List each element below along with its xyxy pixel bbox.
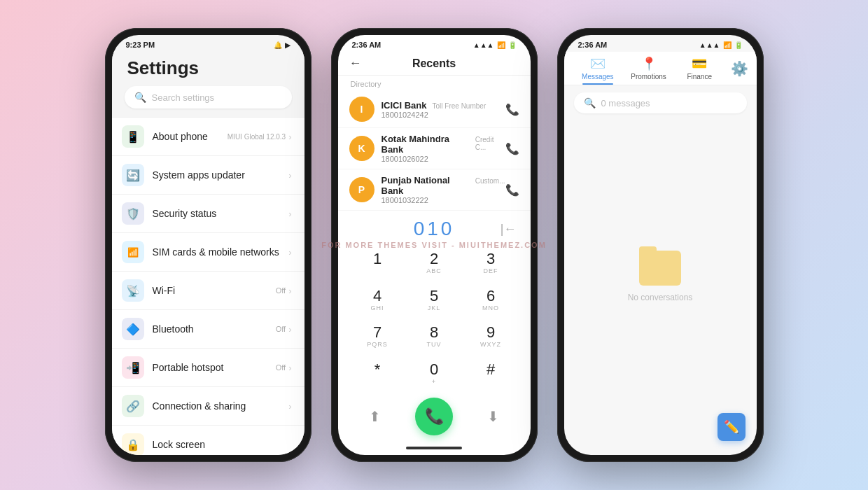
contact-avatar: K — [349, 136, 374, 161]
messages-tabs: ✉️ Messages 📍 Promotions 💳 Finance ⚙️ — [564, 52, 757, 85]
status-bar-dialer: 2:36 AM ▲▲▲ 📶 🔋 — [338, 35, 531, 52]
dial-key-3[interactable]: 3 DEF — [463, 244, 519, 281]
dial-key-1[interactable]: 1 — [349, 244, 406, 281]
status-time-messages: 2:36 AM — [578, 41, 608, 49]
status-time: 9:23 PM — [126, 41, 155, 49]
messages-search-placeholder: 0 messages — [601, 98, 650, 108]
dial-key-0[interactable]: 0 + — [406, 355, 463, 392]
bluetooth-label: Bluetooth — [153, 323, 276, 335]
hotspot-icon: 📲 — [122, 356, 144, 379]
compose-button[interactable]: ✏️ — [718, 413, 746, 441]
settings-screen: 9:23 PM 🔔 ▶ Settings 🔍 Search settings 📱 — [112, 35, 304, 455]
dial-key-4[interactable]: 4 GHI — [349, 281, 406, 318]
status-bar-settings: 9:23 PM 🔔 ▶ — [112, 35, 304, 52]
lock-icon: 🔒 — [122, 433, 144, 455]
settings-item-security[interactable]: 🛡️ Security status › — [112, 195, 304, 233]
dial-key-5[interactable]: 5 JKL — [406, 281, 463, 318]
hotspot-right: Off › — [276, 363, 292, 373]
messages-tab-icon: ✉️ — [590, 56, 606, 71]
dial-actions: ⬆ 📞 ⬇ — [338, 392, 531, 447]
settings-item-about[interactable]: 📱 About phone MIUI Global 12.0.3 › — [112, 117, 304, 156]
tab-finance[interactable]: 💳 Finance — [674, 56, 725, 85]
chevron-icon: › — [288, 324, 291, 335]
status-time-dialer: 2:36 AM — [352, 41, 382, 49]
settings-item-lock[interactable]: 🔒 Lock screen — [112, 426, 304, 455]
dial-key-hash[interactable]: # — [463, 355, 519, 392]
dial-key-6[interactable]: 6 MNO — [463, 281, 519, 318]
dial-key-7[interactable]: 7 PQRS — [349, 318, 406, 356]
contact-tag: Toll Free Number — [433, 102, 486, 110]
tab-promotions[interactable]: 📍 Promotions — [623, 56, 674, 85]
phone-dialer: 2:36 AM ▲▲▲ 📶 🔋 ← Recents Directory I — [331, 28, 538, 462]
call-icon[interactable]: 📞 — [505, 183, 519, 197]
chevron-icon: › — [288, 170, 291, 181]
scroll-up-button[interactable]: ⬆ — [369, 408, 381, 425]
phone-settings: 9:23 PM 🔔 ▶ Settings 🔍 Search settings 📱 — [105, 28, 312, 462]
messages-search-bar[interactable]: 🔍 0 messages — [574, 92, 747, 113]
battery-icon: 🔋 — [734, 41, 743, 49]
contact-item-icici[interactable]: I ICICI Bank Toll Free Number 1800102424… — [338, 91, 531, 128]
bluetooth-icon: 🔷 — [122, 318, 144, 340]
connection-right: › — [288, 401, 291, 412]
dialer-title: Recents — [370, 57, 498, 70]
signal-bars: ▲▲▲ — [473, 41, 494, 49]
compose-icon: ✏️ — [724, 419, 739, 435]
dial-key-8[interactable]: 8 TUV — [406, 318, 463, 356]
signal-icon: ▲▲▲ — [699, 41, 720, 49]
wifi-icon: 📶 — [723, 41, 732, 49]
battery-icon: 🔋 — [508, 41, 517, 49]
sim-right: › — [288, 247, 291, 258]
dial-key-2[interactable]: 2 ABC — [406, 244, 463, 281]
settings-title: Settings — [112, 52, 304, 86]
messages-empty-state: No conversations — [564, 119, 757, 455]
settings-item-wifi[interactable]: 📡 Wi-Fi Off › — [112, 272, 304, 310]
backspace-button[interactable]: |← — [500, 222, 517, 237]
finance-tab-label: Finance — [687, 73, 712, 80]
empty-state-text: No conversations — [628, 293, 693, 302]
back-button[interactable]: ← — [349, 56, 362, 71]
dial-key-9[interactable]: 9 WXYZ — [463, 318, 519, 356]
wifi-right: Off › — [276, 286, 292, 296]
contact-num: 18001032222 — [382, 196, 505, 204]
dialer-header: ← Recents — [338, 52, 531, 76]
connection-icon: 🔗 — [122, 395, 144, 417]
settings-item-updater[interactable]: 🔄 System apps updater › — [112, 156, 304, 195]
contact-name: ICICI Bank — [382, 100, 427, 111]
chevron-icon: › — [288, 209, 291, 219]
wifi-label: Wi-Fi — [153, 285, 276, 296]
tab-messages[interactable]: ✉️ Messages — [573, 56, 624, 85]
call-icon[interactable]: 📞 — [505, 142, 519, 155]
phone-messages: 2:36 AM ▲▲▲ 📶 🔋 ✉️ Messages 📍 Promotions — [557, 28, 764, 462]
sim-label: SIM cards & mobile networks — [153, 246, 289, 258]
messages-settings-button[interactable]: ⚙️ — [731, 60, 748, 81]
settings-search-bar[interactable]: 🔍 Search settings — [125, 86, 292, 108]
promotions-tab-label: Promotions — [631, 73, 666, 80]
contact-item-kotak[interactable]: K Kotak Mahindra Bank Credit C... 180010… — [338, 128, 531, 169]
chevron-icon: › — [288, 132, 291, 142]
empty-folder-icon — [636, 244, 685, 286]
settings-item-sim[interactable]: 📶 SIM cards & mobile networks › — [112, 233, 304, 272]
call-icon[interactable]: 📞 — [505, 103, 519, 116]
scroll-down-button[interactable]: ⬇ — [487, 408, 499, 425]
chevron-icon: › — [288, 286, 291, 296]
security-label: Security status — [153, 208, 289, 219]
messages-tab-label: Messages — [582, 73, 614, 80]
dial-display: 010 |← — [338, 211, 531, 244]
connection-label: Connection & sharing — [153, 400, 289, 412]
bottom-bar — [406, 447, 462, 449]
settings-item-hotspot[interactable]: 📲 Portable hotspot Off › — [112, 349, 304, 387]
wifi-status: 📶 — [497, 41, 505, 49]
contact-tag: Credit C... — [475, 136, 505, 151]
contact-name: Punjab National Bank — [382, 175, 470, 196]
call-button[interactable]: 📞 — [415, 398, 453, 435]
settings-item-connection[interactable]: 🔗 Connection & sharing › — [112, 387, 304, 426]
wifi-icon: 📡 — [122, 279, 144, 302]
about-right: MIUI Global 12.0.3 › — [227, 132, 292, 142]
dial-number: 010 — [414, 218, 455, 240]
lock-label: Lock screen — [153, 439, 292, 450]
about-icon: 📱 — [122, 125, 144, 148]
settings-item-bluetooth[interactable]: 🔷 Bluetooth Off › — [112, 310, 304, 349]
chevron-icon: › — [288, 401, 291, 412]
contact-item-pnb[interactable]: P Punjab National Bank Custom... 1800103… — [338, 169, 531, 211]
dial-key-star[interactable]: * — [349, 355, 406, 392]
